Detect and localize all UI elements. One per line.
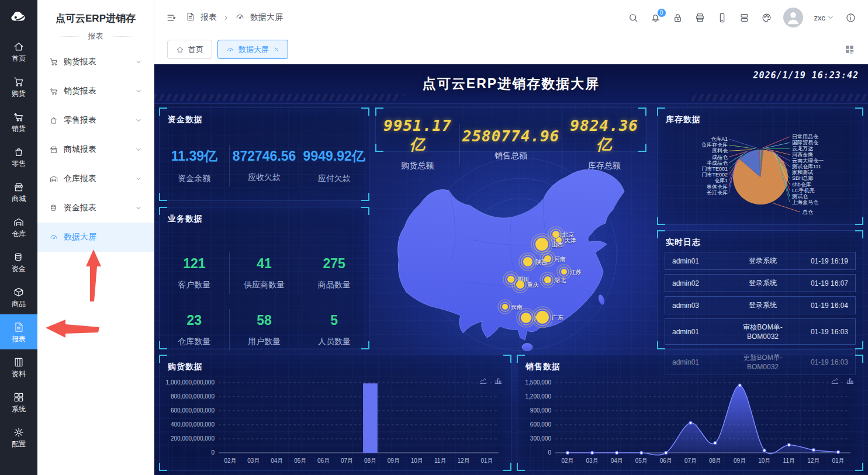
svg-text:云南: 云南 bbox=[511, 304, 523, 310]
app-title: 点可云ERP进销存 bbox=[37, 0, 154, 31]
rail-item-goods[interactable]: 商品 bbox=[0, 279, 37, 314]
breadcrumb-dashboard[interactable]: 数据大屏 bbox=[250, 12, 283, 23]
info-icon[interactable] bbox=[845, 12, 856, 23]
sidebar-item-商城报表[interactable]: 商城报表 bbox=[37, 135, 154, 164]
tab-home[interactable]: 首页 bbox=[167, 40, 212, 59]
topbar-actions: 0zxc bbox=[628, 8, 857, 27]
sidebar-item-仓库报表[interactable]: 仓库报表 bbox=[37, 164, 154, 193]
svg-text:上海盒马仓: 上海盒马仓 bbox=[792, 199, 818, 205]
rail-item-system[interactable]: 系统 bbox=[0, 384, 37, 419]
totals-panel: 9951.17亿购货总额2580774.96销售总额9824.36亿库存总额 bbox=[375, 108, 646, 152]
notification-badge: 0 bbox=[657, 8, 666, 18]
stat-用户数量: 58用户数量 bbox=[229, 309, 299, 351]
svg-text:05月: 05月 bbox=[635, 457, 648, 464]
svg-text:03月: 03月 bbox=[586, 457, 599, 464]
svg-text:成品仓: 成品仓 bbox=[712, 154, 728, 160]
rail-item-funds[interactable]: 资金 bbox=[0, 244, 37, 279]
svg-text:09月: 09月 bbox=[388, 457, 400, 464]
lock-icon[interactable] bbox=[672, 12, 683, 23]
svg-text:05月: 05月 bbox=[294, 457, 306, 464]
svg-text:门市TE001: 门市TE001 bbox=[701, 166, 728, 172]
stat-库存总额: 9824.36亿库存总额 bbox=[562, 113, 646, 175]
rail-item-reports[interactable]: 报表 bbox=[0, 314, 37, 349]
bell-icon[interactable]: 0 bbox=[650, 12, 661, 23]
sidebar-item-零售报表[interactable]: 零售报表 bbox=[37, 106, 154, 135]
sidebar-item-购货报表[interactable]: 购货报表 bbox=[37, 47, 154, 77]
svg-text:600,000,000,000: 600,000,000,000 bbox=[171, 407, 215, 414]
svg-text:800,000,000,000: 800,000,000,000 bbox=[171, 393, 215, 400]
stat-商品数量: 275商品数量 bbox=[299, 252, 369, 294]
sidebar-nav: 购货报表销货报表零售报表商城报表仓库报表资金报表数据大屏 bbox=[37, 47, 154, 252]
svg-text:02月: 02月 bbox=[561, 457, 573, 464]
print-icon[interactable] bbox=[694, 12, 706, 23]
inventory-panel: 库存数据 仓库A1负库存仓库原料仓成品仓半成品仓门市TE001门市TE002仓库… bbox=[657, 108, 863, 225]
close-tab-icon[interactable] bbox=[273, 46, 279, 53]
main-area: 报表 数据大屏 0zxc 首页 数据大屏 北京天津山西陕西河南四川重庆湖北江苏云 bbox=[154, 0, 868, 475]
screen-clock: 2026/1/19 16:23:42 bbox=[753, 70, 859, 81]
sidebar-item-资金报表[interactable]: 资金报表 bbox=[37, 193, 154, 223]
svg-text:08月: 08月 bbox=[364, 457, 376, 464]
rail-item-mall[interactable]: 商城 bbox=[0, 174, 37, 209]
business-panel: 业务数据 121客户数量41供应商数量275商品数量 23仓库数量58用户数量5… bbox=[159, 207, 369, 349]
rail-item-config[interactable]: 配置 bbox=[0, 419, 37, 455]
svg-text:11月: 11月 bbox=[434, 457, 446, 464]
svg-text:1,000,000,000,000: 1,000,000,000,000 bbox=[166, 379, 215, 386]
logs-panel: 实时日志 admin01登录系统01-19 16:19admin02登录系统01… bbox=[657, 230, 863, 349]
user-menu[interactable]: zxc bbox=[814, 13, 835, 22]
stat-仓库数量: 23仓库数量 bbox=[160, 309, 229, 351]
rail-item-sales[interactable]: 销货 bbox=[0, 104, 37, 139]
sidebar-item-销货报表[interactable]: 销货报表 bbox=[37, 77, 154, 106]
chevron-right-icon bbox=[222, 14, 230, 22]
rail-item-materials[interactable]: 资料 bbox=[0, 349, 37, 384]
app-window: 首页购货销货零售商城仓库资金商品报表资料系统配置 点可云ERP进销存 报表 购货… bbox=[0, 0, 868, 475]
panel-title: 购货数据 bbox=[160, 355, 511, 372]
app-logo-icon[interactable] bbox=[0, 0, 37, 34]
log-row: admin03登录系统01-19 16:04 bbox=[665, 296, 856, 314]
sales-area-chart: 0300,000600,000900,0001,200,0001,500,000… bbox=[523, 375, 859, 467]
phone-icon[interactable] bbox=[717, 12, 728, 23]
purchase-chart-panel: 购货数据 0200,000,000,000400,000,000,000600,… bbox=[159, 355, 511, 471]
search-icon[interactable] bbox=[628, 12, 639, 23]
svg-text:shb仓库: shb仓库 bbox=[792, 182, 811, 188]
svg-text:LC手机壳: LC手机壳 bbox=[792, 188, 815, 193]
svg-text:测试仓: 测试仓 bbox=[791, 193, 808, 199]
dashboard-icon bbox=[226, 46, 234, 54]
stat-应付欠款: 9949.92亿应付欠款 bbox=[299, 144, 369, 188]
stat-人员数量: 5人员数量 bbox=[299, 309, 369, 351]
stat-客户数量: 121客户数量 bbox=[160, 252, 229, 294]
collapse-sidebar-icon[interactable] bbox=[166, 12, 177, 23]
rail-item-warehouse[interactable]: 仓库 bbox=[0, 209, 37, 244]
tab-layout-icon[interactable] bbox=[844, 44, 855, 55]
log-row: admin01登录系统01-19 16:19 bbox=[665, 252, 856, 270]
rail-item-retail[interactable]: 零售 bbox=[0, 139, 37, 174]
svg-text:河南: 河南 bbox=[554, 256, 566, 262]
svg-text:长江仓库: 长江仓库 bbox=[707, 190, 728, 196]
svg-text:负库存仓库: 负库存仓库 bbox=[701, 142, 728, 148]
breadcrumb-reports[interactable]: 报表 bbox=[200, 12, 217, 23]
topbar: 报表 数据大屏 0zxc bbox=[154, 0, 868, 35]
svg-text:01月: 01月 bbox=[832, 457, 844, 464]
palette-icon[interactable] bbox=[761, 12, 772, 23]
svg-text:12月: 12月 bbox=[807, 457, 819, 464]
svg-text:河西金鹰: 河西金鹰 bbox=[792, 152, 813, 158]
svg-text:07月: 07月 bbox=[341, 457, 353, 464]
tab-dashboard[interactable]: 数据大屏 bbox=[217, 40, 288, 59]
svg-text:奥体仓库: 奥体仓库 bbox=[707, 184, 728, 190]
breadcrumb: 报表 数据大屏 bbox=[185, 12, 283, 23]
dashboard-screen: 北京天津山西陕西河南四川重庆湖北江苏云南广西广东 点可云ERP进销存数据大屏 2… bbox=[154, 64, 868, 475]
rail-item-home[interactable]: 首页 bbox=[0, 34, 37, 69]
svg-text:1,200,000: 1,200,000 bbox=[525, 393, 552, 400]
svg-text:900,000: 900,000 bbox=[530, 407, 552, 414]
svg-text:03月: 03月 bbox=[247, 457, 260, 464]
svg-text:1,500,000: 1,500,000 bbox=[525, 379, 552, 386]
rail-item-purchase[interactable]: 购货 bbox=[0, 69, 37, 104]
svg-text:09月: 09月 bbox=[734, 457, 746, 464]
sidebar-item-数据大屏[interactable]: 数据大屏 bbox=[37, 223, 154, 252]
inventory-pie-chart: 仓库A1负库存仓库原料仓成品仓半成品仓门市TE001门市TE002仓库1奥体仓库… bbox=[658, 108, 864, 226]
svg-text:04月: 04月 bbox=[271, 457, 283, 464]
header-decoration-left bbox=[154, 94, 406, 101]
server-icon[interactable] bbox=[739, 12, 750, 23]
svg-text:原料仓: 原料仓 bbox=[712, 148, 728, 154]
avatar[interactable] bbox=[783, 8, 803, 27]
svg-text:国际贸易仓: 国际贸易仓 bbox=[792, 140, 818, 145]
